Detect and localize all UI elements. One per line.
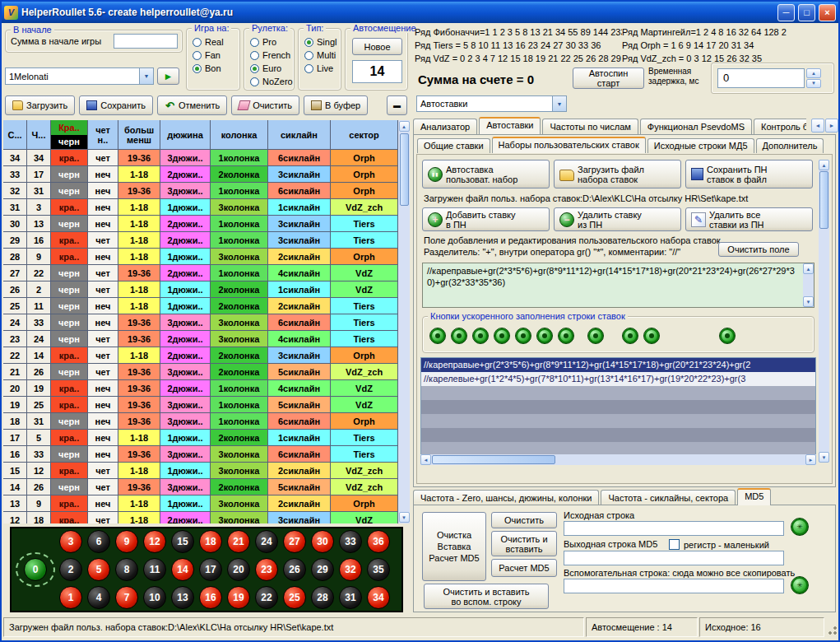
clear-button[interactable]: Очистить [231,95,299,115]
bet-chip-icon[interactable] [558,328,574,344]
md5-clear-paste-calc-button[interactable]: ОчисткаВставкаРасчет MD5 [422,512,486,581]
main-tab-1[interactable]: Автоставки [479,117,541,134]
radio-option-real[interactable]: Real [193,35,239,49]
scroll-down-icon[interactable]: ▼ [399,512,410,523]
copy-source-button[interactable] [791,518,809,536]
source-string-input[interactable] [564,521,784,536]
board-number-17[interactable]: 17 [199,558,222,581]
freq-tab-1[interactable]: Частота - сиклайны, сектора [601,490,736,505]
board-number-5[interactable]: 5 [87,558,110,581]
register-checkbox[interactable] [669,539,680,550]
board-number-18[interactable]: 18 [199,530,222,553]
scroll-up-icon[interactable]: ▲ [819,160,829,170]
edit-field-scrollbar[interactable]: ▲ ▼ [803,263,814,307]
board-number-30[interactable]: 30 [311,530,334,553]
board-number-3[interactable]: 3 [59,530,82,553]
table-row[interactable]: 2511черннеч1-181дюжи..2колонка2сиклайнTi… [3,298,398,314]
maximize-button[interactable]: □ [798,4,815,21]
spinner-down-icon[interactable]: ▼ [806,79,821,89]
scroll-down-icon[interactable]: ▼ [819,452,829,463]
board-number-15[interactable]: 15 [171,530,194,553]
bet-chip-icon[interactable] [536,328,553,344]
resize-grip[interactable] [826,617,838,637]
board-number-8[interactable]: 8 [115,558,138,581]
preset-combo[interactable]: 1Melonati ▼ [5,67,154,85]
scroll-up-icon[interactable]: ▲ [803,263,814,274]
board-number-9[interactable]: 9 [115,530,138,553]
table-scrollbar-thumb[interactable] [400,133,409,206]
listbox-hscrollbar-thumb[interactable] [432,455,555,464]
table-row[interactable]: 2324чернчет19-362дюжи..3колонка4сиклайнT… [3,331,398,347]
bets-listbox[interactable]: //кареправые+gr(2*3*5*6)+gr(8*9*11*12)+g… [420,357,816,465]
table-row[interactable]: 2019кра..неч19-362дюжи..1колонка4сиклайн… [3,380,398,397]
start-sum-input[interactable] [114,34,178,49]
bet-chip-icon[interactable] [622,328,638,344]
sub-tab-1[interactable]: Наборы пользовательских ставок [492,137,646,153]
table-row[interactable]: 139кра..неч1-181дюжи..3колонка2сиклайнOr… [3,495,398,512]
bet-edit-field[interactable]: //кареправые+gr(2*3*5*6)+gr(8*9*11*12)+g… [422,263,814,308]
save-button[interactable]: Сохранить [79,95,153,115]
board-number-7[interactable]: 7 [115,586,138,609]
table-row[interactable]: 175кра..неч1-181дюжи..2колонка1сиклайнTi… [3,430,398,446]
delay-value[interactable]: 0 [717,68,805,88]
bet-chip-icon[interactable] [451,328,467,344]
table-row[interactable]: 1426чернчет19-363дюжи..2колонка5сиклайнV… [3,479,398,495]
dropdown-arrow-icon[interactable]: ▼ [552,96,566,111]
radio-option-french[interactable]: French [250,49,294,62]
main-tab-0[interactable]: Анализатор [413,119,477,134]
board-number-24[interactable]: 24 [255,530,278,553]
table-row[interactable]: 2214кра..чет1-182дюжи..2колонка3сиклайнO… [3,347,398,364]
bet-chip-icon[interactable] [494,328,510,344]
aux-string-input[interactable] [564,579,784,593]
scroll-right-icon[interactable]: ► [805,454,816,465]
title-bar[interactable]: V HelperRoullet 5.6- create helperroulle… [2,2,838,23]
board-number-22[interactable]: 22 [255,586,278,609]
table-row[interactable]: 3434кра..чет19-363дюжи..1колонка6сиклайн… [3,150,398,166]
board-number-20[interactable]: 20 [227,558,250,581]
list-item[interactable]: //кареправые+gr(2*3*5*6)+gr(8*9*11*12)+g… [421,358,815,372]
radio-option-euro[interactable]: Euro [250,62,294,75]
board-number-27[interactable]: 27 [283,530,306,553]
collapse-button[interactable]: ▬ [387,95,407,115]
board-number-14[interactable]: 14 [171,558,194,581]
board-number-11[interactable]: 11 [143,558,166,581]
main-tab-3[interactable]: Функционал PsevdoMS [640,119,752,134]
board-number-36[interactable]: 36 [367,530,390,553]
table-scrollbar[interactable]: ▲ ▼ [398,120,410,523]
radio-option-fan[interactable]: Fan [193,49,239,62]
sub-tab-0[interactable]: Общие ставки [417,138,490,153]
load-button[interactable]: Загрузить [5,95,75,115]
clear-field-button[interactable]: Очистить поле [718,242,799,257]
board-number-23[interactable]: 23 [255,558,278,581]
close-button[interactable]: × [819,4,836,21]
board-number-0[interactable]: 0 [24,558,47,581]
table-row[interactable]: 313кра..неч1-181дюжи..3колонка1сиклайнVd… [3,199,398,216]
table-row[interactable]: 3231черннеч19-363дюжи..1колонка6сиклайнO… [3,183,398,199]
dropdown-arrow-icon[interactable]: ▼ [139,68,153,84]
board-number-6[interactable]: 6 [87,530,110,553]
delete-all-bets-button[interactable]: Удалить всеставки из ПН [685,207,813,231]
board-number-12[interactable]: 12 [143,530,166,553]
table-row[interactable]: 289кра..неч1-181дюжи..3колонка2сиклайнOr… [3,249,398,265]
table-row[interactable]: 2126чернчет19-363дюжи..2колонка5сиклайнV… [3,364,398,380]
scroll-down-icon[interactable]: ▼ [803,296,814,307]
radio-option-nozero[interactable]: NoZero [250,75,294,88]
radio-option-live[interactable]: Live [304,62,341,75]
board-number-4[interactable]: 4 [87,586,110,609]
main-tab-2[interactable]: Частоты по числам [542,119,638,134]
new-button[interactable]: Новое [352,38,402,55]
scroll-up-icon[interactable]: ▲ [399,121,410,132]
delete-bet-button[interactable]: Удалить ставкуиз ПН [554,207,681,231]
table-row[interactable]: 1633черннеч19-363дюжи..3колонка6сиклайнT… [3,446,398,463]
sub-tab-2[interactable]: Исходные строки МД5 [647,138,754,153]
board-number-31[interactable]: 31 [339,586,362,609]
scroll-left-icon[interactable]: ◄ [420,454,431,465]
list-item[interactable]: //карелевые+gr(1*2*4*5)+gr(7*8*10*11)+gr… [421,372,815,386]
board-number-13[interactable]: 13 [171,586,194,609]
bet-chip-icon[interactable] [515,328,531,344]
table-row[interactable]: 2722чернчет19-362дюжи..1колонка4сиклайнV… [3,265,398,281]
tab-scroll-right-icon[interactable]: ► [825,119,838,133]
minimize-button[interactable]: ─ [777,4,795,21]
output-string-input[interactable] [564,551,784,565]
board-number-19[interactable]: 19 [227,586,250,609]
